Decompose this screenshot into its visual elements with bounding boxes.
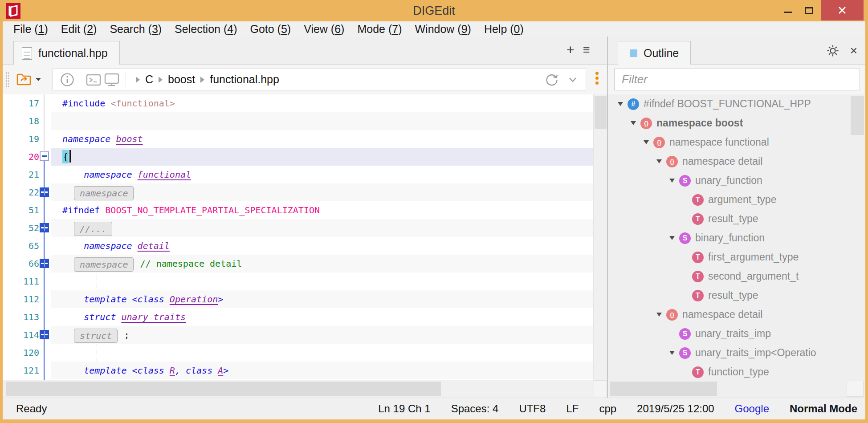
outline-item[interactable]: Sunary_function	[608, 171, 865, 190]
code-text[interactable]: //...	[51, 219, 593, 237]
folder-dropdown-icon[interactable]	[36, 78, 41, 81]
fold-collapse-icon[interactable]	[40, 151, 49, 161]
code-text[interactable]: template <class Operation>	[51, 290, 593, 308]
open-folder-button[interactable]	[13, 69, 45, 89]
status-link-google[interactable]: Google	[735, 403, 769, 415]
new-tab-button[interactable]: +	[566, 42, 575, 58]
maximize-button[interactable]	[799, 0, 819, 20]
refresh-icon[interactable]	[544, 72, 560, 88]
code-text[interactable]: namespace // namespace detail	[51, 255, 593, 273]
status-item[interactable]: 2019/5/25 12:00	[637, 403, 714, 415]
gear-icon[interactable]	[826, 44, 839, 57]
outline-item[interactable]: ##ifndef BOOST_FUNCTIONAL_HPP	[608, 94, 865, 114]
minimize-button[interactable]	[778, 0, 798, 20]
collapsed-fold-box[interactable]: namespace	[74, 257, 134, 272]
status-item[interactable]: Spaces: 4	[451, 403, 499, 415]
code-text[interactable]: {	[51, 148, 593, 166]
menu-item-search[interactable]: Search (3)	[110, 23, 162, 36]
filter-input[interactable]: Filter	[614, 69, 860, 90]
menu-item-view[interactable]: View (6)	[304, 23, 344, 36]
outline-item[interactable]: {}namespace functional	[608, 133, 865, 152]
toolbar-grip[interactable]	[5, 72, 10, 88]
kebab-menu-icon[interactable]	[594, 70, 599, 89]
tree-expand-arrow-icon[interactable]	[628, 121, 639, 125]
scrollbar-thumb[interactable]	[595, 96, 607, 129]
menu-item-mode[interactable]: Mode (7)	[357, 23, 402, 36]
tree-expand-arrow-icon[interactable]	[641, 140, 652, 144]
tree-expand-arrow-icon[interactable]	[667, 236, 677, 240]
scrollbar-corner	[594, 380, 607, 397]
collapsed-fold-box[interactable]: namespace	[74, 186, 134, 200]
code-text[interactable]: namespace functional	[51, 166, 593, 183]
code-token: namespace	[84, 169, 137, 180]
menu-item-help[interactable]: Help (0)	[484, 23, 524, 36]
code-text[interactable]: template <class R, class A>	[51, 362, 593, 379]
status-item[interactable]: cpp	[599, 403, 616, 415]
tab-list-button[interactable]: ≡	[583, 42, 590, 58]
code-text[interactable]	[51, 273, 593, 290]
collapsed-fold-box[interactable]: struct	[74, 329, 118, 343]
code-token	[62, 240, 84, 251]
fold-column	[39, 130, 51, 148]
outline-item[interactable]: Sunary_traits_imp	[608, 324, 865, 343]
status-item[interactable]: UTF8	[519, 403, 546, 415]
terminal-icon[interactable]	[85, 72, 102, 87]
tree-expand-arrow-icon[interactable]	[615, 102, 626, 106]
code-token: class	[138, 365, 170, 376]
code-text[interactable]: namespace detail	[51, 237, 593, 255]
code-text[interactable]: namespace	[51, 183, 593, 201]
code-token: template	[84, 365, 132, 376]
outline-horizontal-scrollbar[interactable]	[608, 380, 865, 398]
outline-item-label: unary_function	[695, 175, 762, 187]
code-text[interactable]: #include <functional>	[51, 94, 593, 112]
menu-item-selection[interactable]: Selection (4)	[175, 23, 237, 36]
code-text[interactable]	[51, 344, 593, 362]
outline-item[interactable]: {}namespace boost	[608, 114, 865, 133]
editor-vertical-scrollbar[interactable]	[593, 94, 607, 380]
breadcrumb-item[interactable]: functional.hpp	[210, 73, 279, 86]
scrollbar-thumb[interactable]	[610, 382, 717, 396]
code-text[interactable]: #ifndef BOOST_NO_TEMPLATE_PARTIAL_SPECIA…	[51, 201, 593, 219]
outline-item[interactable]: Tsecond_argument_t	[608, 267, 865, 286]
breadcrumb-item[interactable]: boost	[168, 73, 195, 86]
editor-horizontal-scrollbar[interactable]	[3, 380, 593, 398]
code-text[interactable]: struct unary_traits	[51, 308, 593, 326]
menu-item-goto[interactable]: Goto (5)	[250, 23, 291, 36]
outline-item[interactable]: Tresult_type	[608, 209, 865, 228]
menu-item-edit[interactable]: Edit (2)	[61, 23, 97, 36]
info-icon[interactable]	[59, 72, 75, 88]
menu-item-file[interactable]: File (1)	[13, 23, 48, 36]
tab-functional-hpp[interactable]: functional.hpp	[13, 41, 120, 65]
outline-item[interactable]: Sbinary_function	[608, 228, 865, 248]
indent-guide	[97, 344, 97, 362]
monitor-icon[interactable]	[102, 72, 121, 88]
scrollbar-thumb[interactable]	[6, 382, 441, 396]
close-button[interactable]	[821, 0, 864, 20]
tree-expand-arrow-icon[interactable]	[654, 159, 664, 163]
outline-item[interactable]: Targument_type	[608, 190, 865, 209]
outline-item[interactable]: Tfunction_type	[608, 362, 865, 380]
menu-item-window[interactable]: Window (9)	[415, 23, 471, 36]
chevron-down-icon[interactable]	[566, 73, 579, 86]
breadcrumb-item[interactable]: C	[145, 73, 153, 86]
code-text[interactable]: struct ;	[51, 326, 593, 344]
code-line: 17#include <functional>	[3, 94, 593, 112]
code-text[interactable]	[51, 112, 593, 130]
outline-item[interactable]: Tresult_type	[608, 286, 865, 305]
outline-close-icon[interactable]: ×	[850, 44, 857, 58]
code-editor[interactable]: 17#include <functional>1819namespace boo…	[3, 94, 593, 380]
outline-item[interactable]: {}namespace detail	[608, 152, 865, 171]
outline-item[interactable]: Sunary_traits_imp<Operatio	[608, 343, 865, 362]
tab-outline[interactable]: Outline	[618, 41, 691, 65]
outline-item[interactable]: {}namespace detail	[608, 305, 865, 324]
tree-expand-arrow-icon[interactable]	[654, 313, 664, 317]
struct-symbol-icon: S	[679, 347, 691, 359]
tree-expand-arrow-icon[interactable]	[667, 351, 677, 355]
tree-expand-arrow-icon[interactable]	[667, 179, 677, 183]
code-text[interactable]: namespace boost	[51, 130, 593, 148]
outline-item[interactable]: Tfirst_argument_type	[608, 248, 865, 267]
status-item[interactable]: LF	[566, 403, 579, 415]
collapsed-fold-box[interactable]: //...	[74, 222, 112, 236]
status-item[interactable]: Ln 19 Ch 1	[378, 403, 430, 415]
outline-vertical-scrollbar-thumb[interactable]	[851, 96, 864, 135]
